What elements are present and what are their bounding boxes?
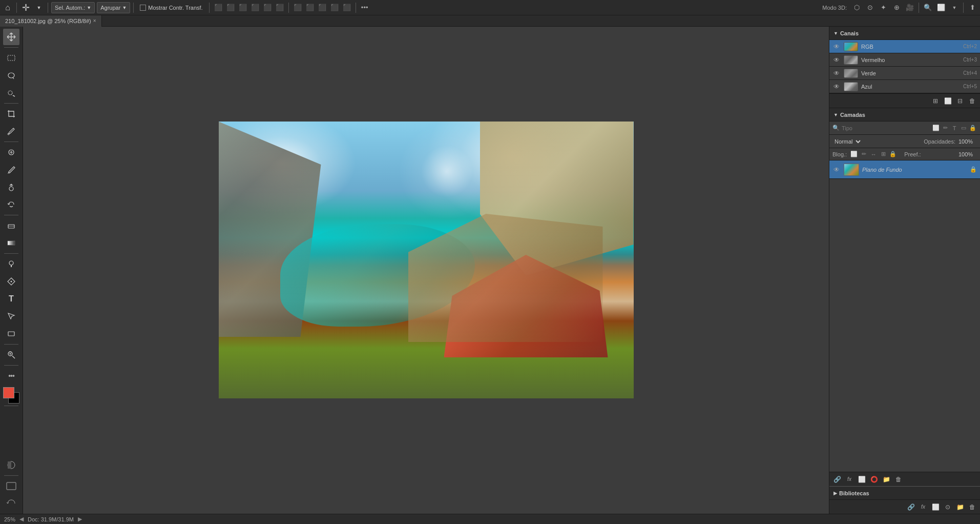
filter-smart-icon[interactable]: 🔒 <box>969 124 977 132</box>
tool-options-arrow[interactable]: ▼ <box>33 2 45 13</box>
status-arrow-left[interactable]: ◀ <box>19 516 24 522</box>
layer-fx-btn[interactable]: fx <box>844 474 855 485</box>
tool-shape[interactable] <box>3 326 19 342</box>
agrupar-button[interactable]: Agrupar ▼ <box>97 2 130 13</box>
workspace-arrow-icon[interactable]: ▼ <box>949 2 960 13</box>
layers-fill-value[interactable]: 100% <box>958 151 977 157</box>
tool-more[interactable]: ••• <box>3 368 19 384</box>
tool-clone[interactable] <box>3 179 19 195</box>
tool-move[interactable] <box>3 29 19 45</box>
more-options-icon[interactable]: ••• <box>359 2 370 13</box>
share-icon[interactable]: ⬆ <box>967 2 978 13</box>
mostrar-btn[interactable]: Mostrar Contr. Transf. <box>137 2 205 13</box>
channel-eye-red[interactable]: 👁 <box>832 56 841 64</box>
dist-bottom-icon[interactable]: ⬛ <box>341 2 352 13</box>
tool-zoom[interactable] <box>3 347 19 363</box>
channel-eye-rgb[interactable]: 👁 <box>832 43 841 51</box>
layer-eye-background[interactable]: 👁 <box>832 166 841 174</box>
dist-top-icon[interactable]: ⬛ <box>329 2 340 13</box>
tool-healing[interactable] <box>3 144 19 160</box>
color-swatches[interactable] <box>3 387 19 404</box>
home-icon[interactable]: ⌂ <box>2 2 13 13</box>
modo3d-icon3[interactable]: ✦ <box>878 2 889 13</box>
tool-history-brush[interactable] <box>3 196 19 213</box>
layers-panel-header[interactable]: ▼ Camadas <box>829 108 980 122</box>
tab-close-button[interactable]: × <box>93 18 96 24</box>
foreground-color-swatch[interactable] <box>3 387 14 398</box>
filter-type-icon[interactable]: T <box>950 124 958 132</box>
mostrar-checkbox[interactable] <box>140 5 146 11</box>
workspace-icon[interactable]: ⬜ <box>935 2 947 13</box>
align-top-icon[interactable]: ⬛ <box>249 2 261 13</box>
lock-transparency-icon[interactable]: 🔒 <box>889 150 897 158</box>
modo3d-icon2[interactable]: ⊙ <box>864 2 875 13</box>
channel-delete-btn[interactable]: 🗑 <box>967 95 978 107</box>
layer-group-btn[interactable]: 📁 <box>881 474 892 485</box>
layer-row-background[interactable]: 👁 Plano de Fundo 🔒 <box>829 160 980 179</box>
lock-position-icon[interactable]: ✏ <box>860 150 868 158</box>
tool-text[interactable]: T <box>3 291 19 307</box>
layers-opacity-value[interactable]: 100% <box>958 138 977 145</box>
quick-mask-icon[interactable] <box>3 457 19 473</box>
tool-pen[interactable] <box>3 273 19 290</box>
modo3d-icon1[interactable]: ⬡ <box>851 2 862 13</box>
status-arrow-right[interactable]: ▶ <box>78 516 82 522</box>
lock-all-icon[interactable]: ⊞ <box>879 150 887 158</box>
align-center-v-icon[interactable]: ⬛ <box>262 2 273 13</box>
lock-artboards-icon[interactable]: ↔ <box>869 150 878 158</box>
tool-lasso[interactable] <box>3 67 19 84</box>
tool-path-select[interactable] <box>3 308 19 325</box>
libraries-header[interactable]: ▶ Bibliotecas <box>829 486 980 499</box>
filter-shape-icon[interactable]: ▭ <box>960 124 968 132</box>
channel-eye-green[interactable]: 👁 <box>832 69 841 77</box>
rotate-view-icon[interactable] <box>3 495 19 512</box>
tool-gradient[interactable] <box>3 235 19 251</box>
filter-pixel-icon[interactable]: ⬜ <box>932 124 940 132</box>
filter-adjustment-icon[interactable]: ✏ <box>941 124 949 132</box>
dist-left-icon[interactable]: ⬛ <box>292 2 303 13</box>
channel-load-selection-btn[interactable]: ⬜ <box>942 95 953 107</box>
channel-row-green[interactable]: 👁 Verde Ctrl+4 <box>829 67 980 80</box>
layer-blend-mode-select[interactable]: Normal Multiply Screen <box>832 138 862 145</box>
panel-bottom-group-icon[interactable]: 📁 <box>954 501 966 513</box>
tool-brush[interactable] <box>3 162 19 178</box>
move-tool-icon[interactable]: ✛ <box>20 2 31 13</box>
layer-adjustment-btn[interactable]: ⭕ <box>868 474 880 485</box>
panel-bottom-mask-icon[interactable]: ⬜ <box>930 501 941 513</box>
channels-panel-header[interactable]: ▼ Canais <box>829 27 980 40</box>
align-center-h-icon[interactable]: ⬛ <box>225 2 236 13</box>
tab-file[interactable]: 210_181002.jpg @ 25% (RGB/8#) × <box>0 15 102 27</box>
channel-row-red[interactable]: 👁 Vermelho Ctrl+3 <box>829 53 980 67</box>
sel-autom-button[interactable]: Sel. Autom.: ▼ <box>51 2 95 13</box>
dist-center-h-icon[interactable]: ⬛ <box>304 2 316 13</box>
align-bottom-icon[interactable]: ⬛ <box>274 2 285 13</box>
channel-row-blue[interactable]: 👁 Azul Ctrl+5 <box>829 80 980 93</box>
tool-quick-select[interactable] <box>3 85 19 101</box>
tool-dodge[interactable] <box>3 256 19 272</box>
canvas-area[interactable] <box>23 27 829 514</box>
panel-bottom-link-icon[interactable]: 🔗 <box>905 501 916 513</box>
panel-bottom-adj-icon[interactable]: ⊙ <box>942 501 953 513</box>
channel-eye-blue[interactable]: 👁 <box>832 83 841 91</box>
panel-bottom-fx-icon[interactable]: fx <box>918 501 929 513</box>
lock-pixels-icon[interactable]: ⬜ <box>850 150 858 158</box>
tool-marquee[interactable] <box>3 50 19 66</box>
tool-eyedropper[interactable] <box>3 123 19 139</box>
search-icon[interactable]: 🔍 <box>922 2 933 13</box>
panel-bottom-delete-icon[interactable]: 🗑 <box>967 501 978 513</box>
channel-row-rgb[interactable]: 👁 RGB Ctrl+2 <box>829 40 980 53</box>
layer-link-btn[interactable]: 🔗 <box>831 474 843 485</box>
layers-search-input[interactable] <box>842 125 930 131</box>
tool-eraser[interactable] <box>3 217 19 234</box>
align-left-icon[interactable]: ⬛ <box>213 2 224 13</box>
channel-save-selection-btn[interactable]: ⊟ <box>954 95 966 107</box>
modo3d-icon5[interactable]: 🎥 <box>904 2 915 13</box>
layer-mask-btn[interactable]: ⬜ <box>856 474 867 485</box>
modo3d-icon4[interactable]: ⊕ <box>891 2 902 13</box>
layer-delete-btn[interactable]: 🗑 <box>893 474 904 485</box>
dist-right-icon[interactable]: ⬛ <box>317 2 328 13</box>
align-right-icon[interactable]: ⬛ <box>237 2 248 13</box>
screen-mode-icon[interactable] <box>3 478 19 494</box>
channel-add-mask-btn[interactable]: ⊞ <box>930 95 941 107</box>
tool-crop[interactable] <box>3 106 19 122</box>
